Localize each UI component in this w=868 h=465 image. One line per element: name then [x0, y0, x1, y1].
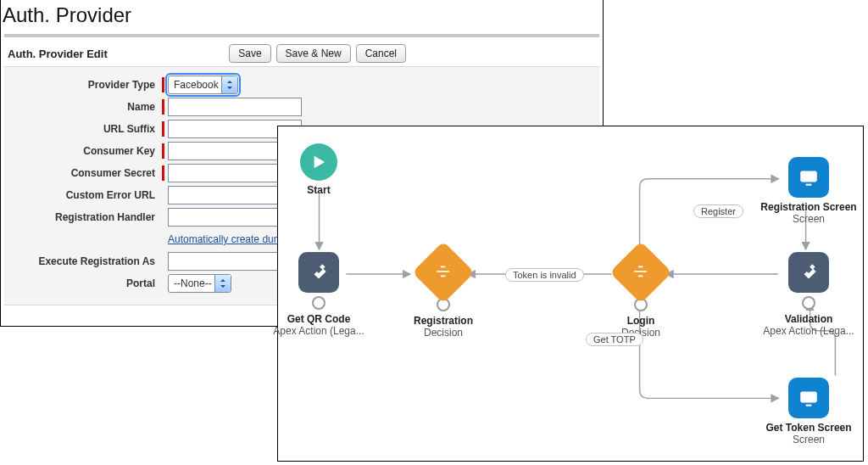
flow-node-subtitle: Screen — [749, 434, 868, 445]
auto-create-link[interactable]: Automatically create dumm — [168, 233, 291, 245]
edge-label-register: Register — [693, 204, 743, 218]
url-suffix-label: URL Suffix — [11, 123, 162, 135]
loop-indicator-icon — [802, 296, 815, 310]
flow-node-title: Validation — [761, 313, 856, 325]
chevron-up-down-icon — [221, 76, 237, 93]
flow-node-title: Login — [598, 315, 683, 327]
required-marker — [162, 143, 164, 159]
flow-node-title: Get QR Code — [271, 313, 366, 325]
edge-label-get-totp: Get TOTP — [586, 333, 643, 346]
plug-icon — [298, 252, 339, 293]
portal-value: --None-- — [174, 277, 212, 289]
flow-node-get-token-screen[interactable]: Get Token Screen Screen — [749, 378, 868, 445]
play-icon — [300, 143, 337, 181]
provider-type-select[interactable]: Facebook — [168, 76, 238, 94]
required-marker — [162, 165, 164, 181]
flow-node-registration-screen[interactable]: Registration Screen Screen — [749, 157, 868, 225]
svg-rect-2 — [800, 391, 817, 402]
required-marker — [162, 77, 164, 92]
registration-handler-label: Registration Handler — [11, 211, 162, 223]
section-title: Auth. Provider Edit — [8, 48, 108, 60]
save-and-new-button[interactable]: Save & New — [276, 44, 351, 63]
decision-icon — [609, 241, 672, 304]
flow-node-title: Start — [293, 184, 344, 196]
edit-toolbar: Auth. Provider Edit Save Save & New Canc… — [1, 37, 603, 66]
provider-type-value: Facebook — [174, 79, 219, 91]
screen-icon — [788, 378, 829, 418]
flow-node-title: Registration Screen — [749, 201, 868, 213]
consumer-key-label: Consumer Key — [11, 145, 162, 157]
plug-icon — [788, 252, 829, 293]
required-marker — [162, 99, 164, 115]
custom-error-url-label: Custom Error URL — [11, 189, 162, 201]
portal-select[interactable]: --None-- — [168, 274, 231, 293]
flow-node-title: Get Token Screen — [749, 422, 868, 434]
consumer-secret-label: Consumer Secret — [11, 167, 162, 179]
svg-rect-1 — [806, 184, 812, 186]
edge-label-token-invalid: Token is invalid — [505, 268, 584, 282]
cancel-button[interactable]: Cancel — [356, 44, 406, 63]
flow-node-login[interactable]: Login Decision — [598, 250, 683, 339]
svg-rect-0 — [800, 171, 817, 182]
flow-node-start[interactable]: Start — [293, 143, 344, 196]
name-label: Name — [11, 101, 162, 113]
svg-rect-3 — [806, 405, 812, 406]
provider-type-label: Provider Type — [11, 79, 162, 91]
flow-node-subtitle: Apex Action (Lega... — [271, 325, 366, 337]
flow-node-validation[interactable]: Validation Apex Action (Lega... — [761, 252, 856, 337]
flow-node-title: Registration — [401, 315, 486, 327]
flow-node-subtitle: Apex Action (Lega... — [761, 325, 856, 337]
flow-node-get-qr-code[interactable]: Get QR Code Apex Action (Lega... — [271, 252, 366, 337]
save-button[interactable]: Save — [229, 44, 270, 63]
flow-canvas: Start Get QR Code Apex Action (Lega... R… — [277, 126, 864, 462]
screen-icon — [788, 157, 829, 198]
flow-node-subtitle: Screen — [749, 213, 868, 225]
execute-as-label: Execute Registration As — [11, 255, 162, 267]
required-marker — [162, 121, 164, 137]
decision-icon — [412, 241, 475, 304]
portal-label: Portal — [11, 277, 162, 289]
loop-indicator-icon — [312, 296, 326, 310]
page-title: Auth. Provider — [3, 3, 596, 27]
chevron-up-down-icon — [214, 275, 231, 292]
flow-node-subtitle: Decision — [401, 327, 486, 339]
flow-node-registration[interactable]: Registration Decision — [401, 250, 486, 339]
name-input[interactable] — [168, 98, 302, 116]
